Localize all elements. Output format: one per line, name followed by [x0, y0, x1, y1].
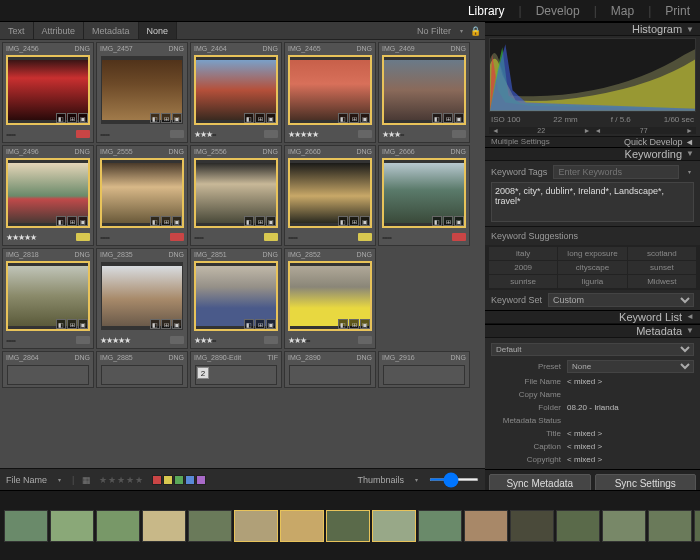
grid-cell[interactable]: IMG_2660DNG◧⊞▣••••• [284, 145, 376, 246]
filmstrip-thumbnail[interactable] [188, 510, 232, 542]
rating-stars[interactable]: ••••• [6, 130, 15, 139]
keyword-suggestion[interactable]: scotland [628, 247, 696, 260]
keyword-list-header[interactable]: Keyword List ◄ [485, 310, 700, 324]
grid-cell[interactable]: IMG_2465DNG◧⊞▣★★★★★ [284, 42, 376, 143]
rating-stars[interactable]: ••••• [100, 233, 109, 242]
thumbnail-badge-icon[interactable]: ⊞ [161, 319, 171, 329]
thumbnail[interactable] [383, 365, 465, 385]
thumbnail[interactable]: ◧⊞▣ [195, 56, 277, 124]
rating-stars[interactable]: ★★★★★ [6, 233, 36, 242]
thumbnail-badge-icon[interactable]: ▣ [360, 319, 370, 329]
filmstrip-thumbnail[interactable] [648, 510, 692, 542]
color-swatch[interactable] [163, 475, 173, 485]
thumbnail[interactable]: ◧⊞▣ [195, 159, 277, 227]
sort-dropdown-icon[interactable]: ▾ [55, 475, 64, 484]
thumbnail-badge-icon[interactable]: ⊞ [349, 113, 359, 123]
module-map[interactable]: Map [611, 4, 634, 18]
metadata-preset-select[interactable]: Default [491, 343, 694, 356]
histogram[interactable] [489, 38, 696, 112]
keyword-dropdown-icon[interactable]: ▾ [685, 167, 694, 176]
thumbnail-badge-icon[interactable]: ▣ [78, 113, 88, 123]
thumbnail-badge-icon[interactable]: ▣ [172, 319, 182, 329]
grid-cell[interactable]: IMG_2464DNG◧⊞▣★★★•• [190, 42, 282, 143]
grid-cell[interactable]: IMG_2885DNG [96, 351, 188, 388]
filmstrip-thumbnail[interactable] [556, 510, 600, 542]
thumbnail[interactable]: ◧⊞▣ [289, 262, 371, 330]
thumbnail-badge-icon[interactable]: ▣ [172, 113, 182, 123]
grid-cell[interactable]: IMG_2469DNG◧⊞▣★★★•• [378, 42, 470, 143]
thumbnail[interactable]: ◧⊞▣ [7, 159, 89, 227]
thumbnail[interactable]: 2 [195, 365, 277, 385]
color-label-chip[interactable] [170, 336, 184, 344]
color-label-chip[interactable] [170, 233, 184, 241]
thumbnail[interactable]: ◧⊞▣ [383, 56, 465, 124]
thumbnail[interactable]: ◧⊞▣ [101, 262, 183, 330]
keyword-suggestion[interactable]: italy [489, 247, 557, 260]
thumbnail-badge-icon[interactable]: ◧ [338, 319, 348, 329]
thumbnail-badge-icon[interactable]: ▣ [78, 319, 88, 329]
thumbnail[interactable] [7, 365, 89, 385]
thumbnail-badge-icon[interactable]: ▣ [360, 113, 370, 123]
thumbnail-badge-icon[interactable]: ▣ [454, 113, 464, 123]
module-print[interactable]: Print [665, 4, 690, 18]
filmstrip-thumbnail[interactable] [694, 510, 700, 542]
color-label-chip[interactable] [358, 233, 372, 241]
metadata-copyright[interactable]: < mixed > [567, 455, 694, 464]
thumbnail-badge-icon[interactable]: ◧ [150, 319, 160, 329]
thumbnail-badge-icon[interactable]: ⊞ [443, 113, 453, 123]
filmstrip[interactable] [0, 490, 700, 560]
quick-develop-header[interactable]: Multiple Settings Quick Develop ◄ [485, 136, 700, 147]
thumbnail-badge-icon[interactable]: ⊞ [161, 113, 171, 123]
thumbnail-badge-icon[interactable]: ◧ [244, 113, 254, 123]
thumbnails-dropdown-icon[interactable]: ▾ [412, 475, 421, 484]
histogram-header[interactable]: Histogram ▼ [485, 22, 700, 36]
thumbnail[interactable] [101, 365, 183, 385]
grid-cell[interactable]: IMG_2496DNG◧⊞▣★★★★★ [2, 145, 94, 246]
filter-text[interactable]: Text [0, 22, 34, 39]
thumbnail-badge-icon[interactable]: ◧ [432, 216, 442, 226]
thumbnail-badge-icon[interactable]: ⊞ [255, 216, 265, 226]
grid-cell[interactable]: IMG_2890DNG [284, 351, 376, 388]
color-label-chip[interactable] [452, 233, 466, 241]
thumbnail[interactable]: ◧⊞▣ [7, 262, 89, 330]
thumbnail-badge-icon[interactable]: ⊞ [255, 319, 265, 329]
thumbnail-badge-icon[interactable]: ⊞ [349, 319, 359, 329]
metadata-header[interactable]: Metadata ▼ [485, 324, 700, 338]
thumbnail-badge-icon[interactable]: ▣ [78, 216, 88, 226]
thumbnail-badge-icon[interactable]: ▣ [172, 216, 182, 226]
rating-stars[interactable]: ★★★•• [194, 336, 216, 345]
filmstrip-thumbnail[interactable] [464, 510, 508, 542]
rating-stars[interactable]: ••••• [288, 233, 297, 242]
sync-settings-button[interactable]: Sync Settings [595, 474, 697, 490]
keyword-suggestion[interactable]: long exposure [558, 247, 626, 260]
color-label-chip[interactable] [76, 130, 90, 138]
filmstrip-thumbnail[interactable] [326, 510, 370, 542]
color-label-chip[interactable] [264, 233, 278, 241]
filmstrip-thumbnail[interactable] [280, 510, 324, 542]
grid-view-icon[interactable]: ▦ [82, 475, 91, 485]
filter-none[interactable]: None [139, 22, 178, 39]
thumbnail-badge-icon[interactable]: ⊞ [255, 113, 265, 123]
keyword-tags-field[interactable]: 2008*, city*, dublin*, Ireland*, Landsca… [491, 182, 694, 222]
filmstrip-thumbnail[interactable] [142, 510, 186, 542]
thumbnail-badge-icon[interactable]: ◧ [56, 113, 66, 123]
filmstrip-thumbnail[interactable] [50, 510, 94, 542]
thumbnail-badge-icon[interactable]: ◧ [150, 113, 160, 123]
rating-stars[interactable]: ••••• [194, 233, 203, 242]
thumbnail-badge-icon[interactable]: ⊞ [161, 216, 171, 226]
rating-stars[interactable]: ••••• [6, 336, 15, 345]
metadata-caption[interactable]: < mixed > [567, 442, 694, 451]
color-swatch[interactable] [174, 475, 184, 485]
thumbnail-badge-icon[interactable]: ⊞ [443, 216, 453, 226]
grid-cell[interactable]: IMG_2666DNG◧⊞▣••••• [378, 145, 470, 246]
color-swatch[interactable] [152, 475, 162, 485]
thumbnail-badge-icon[interactable]: ⊞ [67, 216, 77, 226]
keywording-header[interactable]: Keywording ▼ [485, 147, 700, 161]
grid-cell[interactable]: IMG_2818DNG◧⊞▣••••• [2, 248, 94, 349]
metadata-title[interactable]: < mixed > [567, 429, 694, 438]
grid-cell[interactable]: IMG_2852DNG◧⊞▣★★★•• [284, 248, 376, 349]
filmstrip-thumbnail[interactable] [602, 510, 646, 542]
keyword-suggestion[interactable]: cityscape [558, 261, 626, 274]
color-swatch[interactable] [196, 475, 206, 485]
thumbnail-grid[interactable]: IMG_2456DNG◧⊞▣•••••IMG_2457DNG◧⊞▣•••••IM… [0, 40, 485, 468]
